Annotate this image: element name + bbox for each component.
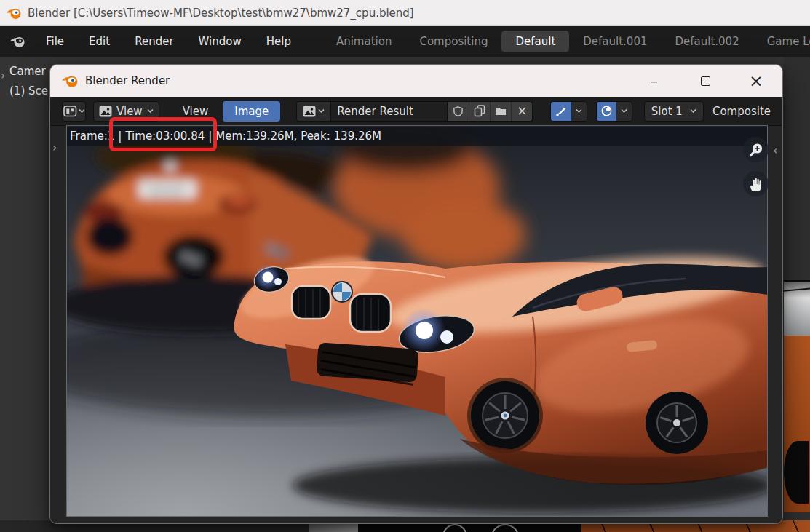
menu-file[interactable]: File (33, 31, 76, 52)
display-channels-button[interactable] (597, 102, 617, 121)
render-stats-bar: Frame:1|Time:03:00.84|Mem:139.26M, Peak:… (67, 127, 767, 146)
stat-time: Time:03:00.84 (125, 130, 205, 143)
view-menu[interactable]: View (175, 101, 216, 122)
stat-memory: Mem:139.26M, Peak: 139.26M (215, 130, 381, 143)
bg-car-body (784, 336, 810, 512)
editor-type-dropdown[interactable] (62, 101, 86, 122)
image-menu[interactable]: Image (223, 101, 280, 122)
browse-image-button[interactable] (296, 101, 331, 122)
maximize-button[interactable] (695, 65, 715, 97)
menu-help[interactable]: Help (254, 31, 303, 52)
region-expand-icon[interactable]: › (1, 68, 5, 82)
viewport-right-edge (784, 57, 810, 532)
menu-render[interactable]: Render (122, 31, 186, 52)
menu-window[interactable]: Window (186, 31, 254, 52)
render-window-title: Blender Render (85, 74, 170, 87)
os-titlebar[interactable]: Blender [C:\Users\Timeow-MF\Desktop\test… (0, 0, 810, 26)
region-expand-icon[interactable]: › (52, 140, 57, 154)
stat-separator: | (118, 130, 122, 143)
workspace-tabs: Animation Compositing Default Default.00… (322, 31, 810, 52)
gizmo-toggle (550, 101, 587, 122)
window-title: Blender [C:\Users\Timeow-MF\Desktop\test… (28, 7, 414, 20)
chevron-down-icon (147, 108, 154, 114)
gizmo-toggle-button[interactable] (551, 102, 571, 121)
close-button[interactable]: × (746, 65, 766, 97)
gizmo-dropdown[interactable] (571, 102, 587, 121)
bg-wireframe-arc (442, 524, 467, 532)
open-image-button[interactable] (490, 102, 511, 121)
image-icon (303, 106, 316, 117)
magnifier-plus-icon (747, 141, 765, 159)
mode-dropdown[interactable]: View (93, 101, 159, 122)
slot-label: Slot 1 (651, 105, 683, 118)
screen: Blender [C:\Users\Timeow-MF\Desktop\test… (0, 0, 810, 532)
minimize-button[interactable]: – (644, 65, 664, 97)
region-collapse-icon[interactable]: ‹ (773, 143, 777, 157)
image-editor-header: View View Image (50, 97, 782, 126)
bg-car-greenhouse (784, 280, 810, 336)
tab-default[interactable]: Default (501, 31, 569, 52)
bg-car-wheel-arch (784, 441, 809, 504)
mode-label: View (116, 105, 143, 118)
pan-tool-button[interactable] (743, 171, 769, 196)
tab-animation[interactable]: Animation (322, 31, 405, 52)
sphere-icon (600, 105, 613, 117)
viewport-camera-label: Camer (9, 65, 46, 78)
tab-compositing[interactable]: Compositing (405, 31, 501, 52)
folder-icon (495, 106, 507, 116)
pages-icon (474, 105, 485, 117)
slot-dropdown[interactable]: Slot 1 (644, 101, 704, 122)
menu-edit[interactable]: Edit (76, 31, 122, 52)
image-name-field[interactable]: Render Result (331, 101, 448, 122)
curve-arrow-icon (555, 106, 568, 117)
image-editor-content: Frame:1|Time:03:00.84|Mem:139.26M, Peak:… (50, 126, 782, 524)
tab-game-logic[interactable]: Game Logic (753, 31, 810, 52)
display-dropdown[interactable] (616, 102, 632, 121)
fake-user-button[interactable] (448, 102, 469, 121)
tab-default-001[interactable]: Default.001 (569, 31, 661, 52)
render-window-titlebar[interactable]: Blender Render – × (50, 65, 782, 97)
blender-logo-icon (61, 73, 79, 89)
chevron-down-icon (318, 108, 325, 114)
image-name: Render Result (337, 105, 413, 118)
image-icon (99, 106, 112, 117)
chevron-down-icon (576, 108, 582, 114)
viewport-scene-label: (1) Sce (9, 84, 48, 98)
hand-icon (748, 176, 763, 192)
stat-frame: Frame:1 (70, 130, 114, 143)
maximize-icon (701, 76, 710, 86)
stat-separator: | (208, 130, 212, 143)
render-result-image (67, 126, 767, 516)
menu-list: File Edit Render Window Help (33, 31, 303, 52)
chevron-down-icon (621, 108, 627, 114)
image-editor-icon (63, 106, 77, 117)
display-channels (596, 101, 632, 122)
chevron-down-icon (690, 108, 696, 114)
blender-logo-icon (6, 6, 22, 20)
zoom-tool-button[interactable] (743, 137, 769, 162)
tab-default-002[interactable]: Default.002 (661, 31, 753, 52)
duplicate-button[interactable] (469, 102, 490, 121)
close-icon: × (517, 105, 527, 117)
render-pass-label[interactable]: Composite (712, 105, 771, 118)
render-window: Blender Render – × (49, 64, 783, 524)
datablock-buttons: × (448, 101, 533, 122)
bg-wireframe-arc (491, 524, 520, 532)
chevron-down-icon (79, 108, 85, 114)
unlink-button[interactable]: × (511, 102, 532, 121)
shield-icon (453, 106, 464, 117)
image-datablock: Render Result (296, 101, 533, 122)
blender-menubar: File Edit Render Window Help Animation C… (0, 26, 810, 57)
blender-menu-icon[interactable] (9, 34, 26, 49)
